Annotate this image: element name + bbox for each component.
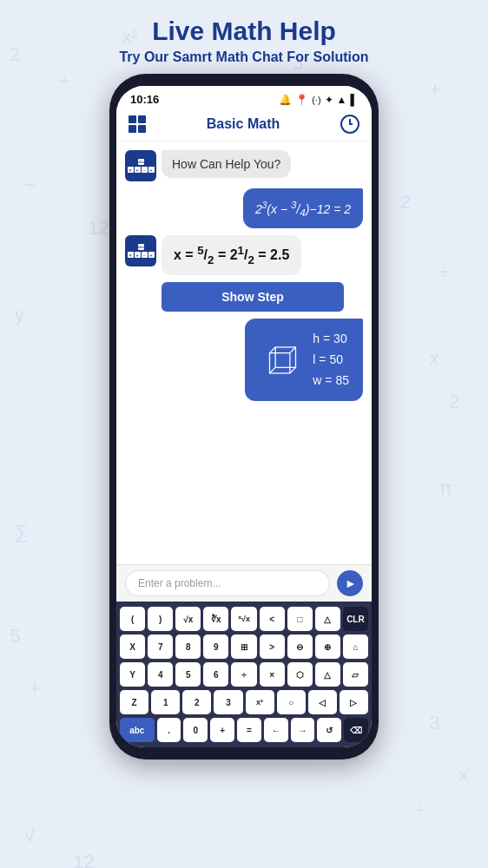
answer-bubble: x = 5/2 = 21/2 = 2.5 bbox=[162, 235, 301, 275]
w-value: w = 85 bbox=[313, 371, 349, 391]
answer-text: x = 5/2 = 21/2 = 2.5 bbox=[174, 244, 289, 266]
key-parallelogram[interactable]: ▱ bbox=[343, 662, 368, 687]
menu-icon[interactable] bbox=[129, 115, 146, 133]
key-8[interactable]: 8 bbox=[175, 635, 201, 659]
svg-line-5 bbox=[270, 367, 276, 373]
shape-message: h = 30 l = 50 w = 85 bbox=[125, 319, 363, 401]
key-0[interactable]: 0 bbox=[183, 718, 208, 742]
status-time: 10:16 bbox=[130, 93, 159, 106]
location-icon: 📍 bbox=[295, 94, 308, 106]
key-z[interactable]: Z bbox=[120, 690, 148, 714]
show-step-button[interactable]: Show Step bbox=[162, 282, 344, 312]
bot-avatar: 2x2=4 × + - + bbox=[125, 150, 156, 181]
history-icon[interactable] bbox=[340, 115, 359, 134]
page-title: Live Math Help bbox=[0, 16, 488, 47]
key-cylinder[interactable]: ⊖ bbox=[287, 635, 313, 659]
key-trap[interactable]: ⌂ bbox=[343, 635, 368, 659]
key-abc[interactable]: abc bbox=[120, 718, 155, 742]
key-close-paren[interactable]: ) bbox=[148, 607, 173, 631]
keyboard-row-5: abc . 0 + = ← → ↺ ⌫ bbox=[120, 718, 368, 742]
key-plus[interactable]: + bbox=[210, 718, 234, 742]
wifi-icon: (·) bbox=[312, 95, 320, 105]
key-refresh[interactable]: ↺ bbox=[317, 718, 341, 742]
key-less[interactable]: < bbox=[260, 607, 285, 631]
user-equation-bubble: 23(x − 3/4)−12 = 2 bbox=[243, 188, 363, 228]
svg-line-3 bbox=[290, 347, 296, 353]
key-y[interactable]: Y bbox=[120, 662, 145, 687]
key-4[interactable]: 4 bbox=[148, 662, 173, 687]
page-header: Live Math Help Try Our Samrt Math Chat F… bbox=[0, 0, 488, 74]
key-cbrt[interactable]: ∛x bbox=[203, 607, 228, 631]
key-arrow-left[interactable]: ◁ bbox=[308, 690, 337, 714]
svg-line-4 bbox=[290, 367, 296, 373]
shape-dimensions: h = 30 l = 50 w = 85 bbox=[313, 329, 349, 391]
status-bar: 10:16 🔔 📍 (·) ✦ ▲ ▌ bbox=[116, 86, 372, 109]
page-subtitle: Try Our Samrt Math Chat For Solution bbox=[0, 49, 488, 65]
h-value: h = 30 bbox=[313, 329, 349, 350]
input-placeholder: Enter a problem... bbox=[138, 577, 221, 589]
key-clr[interactable]: CLR bbox=[343, 607, 368, 631]
key-grid[interactable]: ⊞ bbox=[231, 635, 256, 659]
keyboard-row-4: Z 1 2 3 x² ○ ◁ ▷ bbox=[120, 690, 368, 714]
key-sqrt[interactable]: √x bbox=[175, 607, 201, 631]
phone-frame: 10:16 🔔 📍 (·) ✦ ▲ ▌ Basic Math bbox=[109, 74, 379, 760]
key-xsq[interactable]: x² bbox=[246, 690, 274, 714]
bot-answer-message: 2x2=4 × + - + x = 5/2 = 21/2 = 2.5 bbox=[125, 235, 363, 275]
notification-icon: 🔔 bbox=[279, 94, 292, 106]
key-backspace[interactable]: ⌫ bbox=[344, 718, 368, 742]
keyboard-row-3: Y 4 5 6 ÷ × ⬡ △ ▱ bbox=[120, 662, 368, 687]
chat-area: 2x2=4 × + - + How Can Help You? 23(x − 3… bbox=[116, 141, 372, 564]
key-dot[interactable]: . bbox=[157, 718, 181, 742]
key-divide[interactable]: ÷ bbox=[231, 662, 256, 687]
key-arrow-right[interactable]: ▷ bbox=[340, 690, 368, 714]
key-1[interactable]: 1 bbox=[151, 690, 180, 714]
equation-text: 23(x − 3/4)−12 = 2 bbox=[255, 199, 351, 218]
bot-avatar-2: 2x2=4 × + - + bbox=[125, 235, 156, 266]
status-icons: 🔔 📍 (·) ✦ ▲ ▌ bbox=[279, 94, 358, 106]
key-hex[interactable]: ⬡ bbox=[287, 662, 313, 687]
app-header: Basic Math bbox=[116, 109, 372, 141]
bluetooth-icon: ✦ bbox=[325, 94, 333, 106]
battery-icon: ▌ bbox=[350, 94, 358, 106]
send-button[interactable]: ► bbox=[337, 570, 363, 596]
user-equation-message: 23(x − 3/4)−12 = 2 bbox=[125, 188, 363, 228]
key-times[interactable]: × bbox=[260, 662, 285, 687]
svg-line-2 bbox=[270, 347, 276, 353]
key-3[interactable]: 3 bbox=[214, 690, 242, 714]
cube-svg bbox=[259, 339, 302, 382]
key-5[interactable]: 5 bbox=[175, 662, 201, 687]
key-greater[interactable]: > bbox=[260, 635, 285, 659]
key-triangle[interactable]: △ bbox=[315, 607, 340, 631]
key-rect[interactable]: □ bbox=[287, 607, 313, 631]
bot-greeting-bubble: How Can Help You? bbox=[162, 150, 291, 178]
key-nthrt[interactable]: ˣ√x bbox=[231, 607, 256, 631]
l-value: l = 50 bbox=[313, 350, 349, 371]
key-x[interactable]: X bbox=[120, 635, 145, 659]
key-2[interactable]: 2 bbox=[182, 690, 211, 714]
phone-screen: 10:16 🔔 📍 (·) ✦ ▲ ▌ Basic Math bbox=[116, 86, 372, 747]
key-back-arrow[interactable]: ← bbox=[264, 718, 288, 742]
keyboard-row-2: X 7 8 9 ⊞ > ⊖ ⊕ ⌂ bbox=[120, 635, 368, 659]
shape-bubble: h = 30 l = 50 w = 85 bbox=[245, 319, 363, 401]
key-open-paren[interactable]: ( bbox=[120, 607, 145, 631]
key-tri2[interactable]: △ bbox=[315, 662, 340, 687]
problem-input-display[interactable]: Enter a problem... bbox=[125, 570, 330, 596]
key-6[interactable]: 6 bbox=[203, 662, 228, 687]
keyboard-row-1: ( ) √x ∛x ˣ√x < □ △ CLR bbox=[120, 607, 368, 631]
key-circle[interactable]: ○ bbox=[277, 690, 306, 714]
key-7[interactable]: 7 bbox=[148, 635, 173, 659]
app-title: Basic Math bbox=[207, 116, 280, 132]
math-keyboard: ( ) √x ∛x ˣ√x < □ △ CLR X 7 8 9 ⊞ > ⊖ ⊕ … bbox=[116, 602, 372, 747]
bot-greeting-message: 2x2=4 × + - + How Can Help You? bbox=[125, 150, 363, 181]
key-fwd-arrow[interactable]: → bbox=[291, 718, 315, 742]
key-circle-plus[interactable]: ⊕ bbox=[315, 635, 340, 659]
signal-icon: ▲ bbox=[337, 94, 347, 106]
input-bar: Enter a problem... ► bbox=[116, 564, 372, 602]
send-icon: ► bbox=[345, 576, 357, 590]
key-9[interactable]: 9 bbox=[203, 635, 228, 659]
key-equals[interactable]: = bbox=[237, 718, 261, 742]
